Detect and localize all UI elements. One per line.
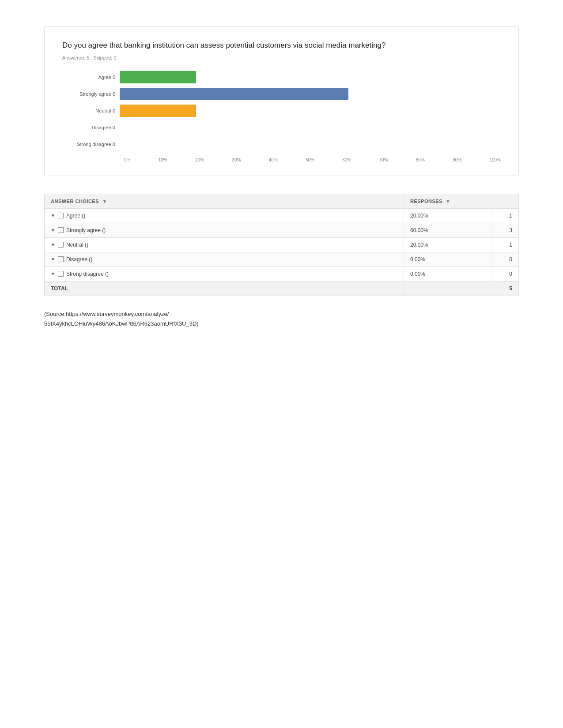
chart-bar-row: Strongly agree 0 [62,88,501,100]
source-section: (Source:https://www.surveymonkey.com/ana… [44,309,519,329]
row-dropdown-arrow[interactable]: ▼ [51,242,55,247]
chart-bar-row: Strong disagree 0 [62,138,501,150]
choice-label: Strongly agree () [66,227,106,233]
total-responses-empty [404,281,492,296]
bar-fill [120,105,196,117]
table-row: ▼ Agree () 20.00%1 [45,208,519,223]
survey-card: Do you agree that banking institution ca… [44,26,519,176]
chart-bar-row: Neutral 0 [62,105,501,117]
response-count-cell: 1 [492,208,519,223]
response-percent-cell: 20.00% [404,237,492,252]
x-axis-label: 40% [269,158,278,162]
x-axis-label: 20% [195,158,204,162]
choice-label: Strong disagree () [66,271,109,277]
response-count-cell: 3 [492,223,519,237]
row-dropdown-arrow[interactable]: ▼ [51,271,55,276]
total-label: TOTAL [45,281,404,296]
x-axis-label: 0% [124,158,130,162]
answer-choice-cell: ▼ Neutral () [45,237,404,252]
x-axis-label: 90% [453,158,461,162]
answer-choice-cell: ▼ Agree () [45,208,404,223]
total-row: TOTAL5 [45,281,519,296]
checkbox-icon [58,256,64,262]
answer-table: ANSWER CHOICES ▼ RESPONSES ▼ ▼ Agree () … [44,194,519,296]
checkbox-icon [58,227,64,233]
bar-container [120,121,501,134]
bar-label: Disagree 0 [62,124,120,131]
bar-label: Neutral 0 [62,108,120,114]
total-count: 5 [492,281,519,296]
bar-container [120,71,501,83]
row-dropdown-arrow[interactable]: ▼ [51,213,55,218]
x-axis-label: 80% [416,158,425,162]
col2-sort-arrow[interactable]: ▼ [446,199,450,204]
response-count-cell: 1 [492,237,519,252]
col1-sort-arrow[interactable]: ▼ [102,199,107,204]
answer-choice-cell: ▼ Strong disagree () [45,266,404,281]
bar-label: Strong disagree 0 [62,141,120,147]
checkbox-icon [58,213,64,218]
checkbox-icon [58,242,64,248]
x-axis-label: 70% [379,158,388,162]
question-title: Do you agree that banking institution ca… [62,40,501,51]
bar-chart: Agree 0Strongly agree 0Neutral 0Disagree… [62,71,501,155]
bar-container [120,105,501,117]
response-count-cell: 0 [492,252,519,266]
bar-label: Strongly agree 0 [62,91,120,97]
table-row: ▼ Neutral () 20.00%1 [45,237,519,252]
col-answer-choices: ANSWER CHOICES ▼ [45,194,404,208]
response-percent-cell: 20.00% [404,208,492,223]
bar-label: Agree 0 [62,74,120,80]
bar-fill [120,88,348,100]
table-row: ▼ Strongly agree () 60.00%3 [45,223,519,237]
col-responses: RESPONSES ▼ [404,194,492,208]
x-axis-label: 50% [306,158,314,162]
x-axis: 0%10%20%30%40%50%60%70%80%90%100% [124,158,501,162]
table-row: ▼ Strong disagree () 0.00%0 [45,266,519,281]
x-axis-label: 60% [342,158,351,162]
bar-container [120,88,501,100]
checkbox-icon [58,271,64,277]
row-dropdown-arrow[interactable]: ▼ [51,257,55,262]
chart-bar-row: Disagree 0 [62,121,501,134]
choice-label: Agree () [66,213,85,219]
response-count-cell: 0 [492,266,519,281]
response-percent-cell: 0.00% [404,252,492,266]
meta-line: Answered: 5 Skipped: 0 [62,55,501,60]
response-percent-cell: 60.00% [404,223,492,237]
answered-count: Answered: 5 [62,55,89,60]
row-dropdown-arrow[interactable]: ▼ [51,228,55,233]
skipped-count: Skipped: 0 [93,55,116,60]
source-line1: (Source:https://www.surveymonkey.com/ana… [44,309,519,319]
choice-label: Neutral () [66,242,88,248]
answer-choice-cell: ▼ Strongly agree () [45,223,404,237]
choice-label: Disagree () [66,256,92,263]
bar-container [120,138,501,150]
source-line2: 55IX4ykhcLOHiuWy486AoKJbwPtt6AR623aomURf… [44,319,519,329]
x-axis-label: 100% [489,158,501,162]
table-row: ▼ Disagree () 0.00%0 [45,252,519,266]
bar-fill [120,71,196,83]
x-axis-label: 10% [159,158,167,162]
response-percent-cell: 0.00% [404,266,492,281]
answer-choice-cell: ▼ Disagree () [45,252,404,266]
chart-bar-row: Agree 0 [62,71,501,83]
col-count-header [492,194,519,208]
x-axis-label: 30% [232,158,241,162]
